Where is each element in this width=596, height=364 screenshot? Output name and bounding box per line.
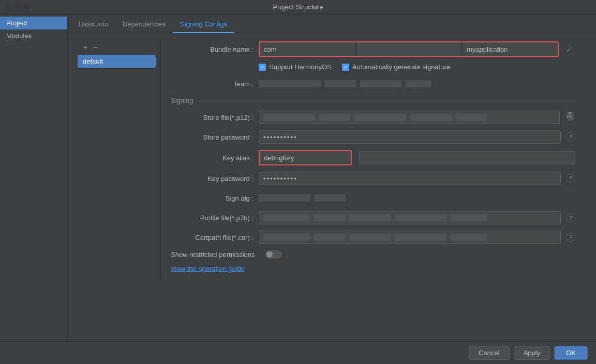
sidebar-item-project[interactable]: Project xyxy=(0,17,67,29)
bottom-bar: Cancel Apply OK xyxy=(0,341,596,364)
store-file-row: Store file(*.p12) : xyxy=(171,111,575,124)
show-permissions-toggle[interactable] xyxy=(265,250,282,259)
minimize-button[interactable] xyxy=(14,4,21,10)
key-alias-input[interactable] xyxy=(260,151,351,164)
checkbox-auto-sign-label: Automatically generate signature xyxy=(352,63,450,71)
checkbox-auto-sign[interactable] xyxy=(342,64,349,71)
remove-config-button[interactable]: − xyxy=(92,43,98,52)
show-permissions-row: Show restricted permissions xyxy=(171,250,575,259)
window-title: Project Structure xyxy=(273,3,323,11)
toggle-knob xyxy=(266,251,273,257)
bundle-edit-button[interactable] xyxy=(564,46,575,53)
key-alias-label: Key alias : xyxy=(171,154,254,162)
key-password-row: Key password : ? xyxy=(171,172,575,185)
store-password-label: Store password : xyxy=(171,133,254,141)
config-sidebar: + − default xyxy=(78,41,160,279)
store-password-help-button[interactable]: ? xyxy=(566,132,575,142)
key-password-input[interactable] xyxy=(259,172,561,185)
team-blurred-4 xyxy=(406,80,431,87)
team-label: Team : xyxy=(171,80,254,88)
sign-alg-blurred-1 xyxy=(259,194,310,202)
view-guide-row: View the operation guide xyxy=(171,265,575,272)
window-controls xyxy=(5,4,30,10)
bundle-name-input[interactable] xyxy=(260,42,355,56)
form-area: + − default Bundle name : xyxy=(67,33,596,341)
close-button[interactable] xyxy=(5,4,11,10)
certpath-blurred-2 xyxy=(314,234,345,241)
certpath-help-button[interactable]: ? xyxy=(566,233,575,242)
config-header: + − xyxy=(78,41,156,54)
key-alias-input-wrapper xyxy=(259,150,352,165)
divider-line xyxy=(198,100,575,101)
store-password-row: Store password : ? xyxy=(171,130,575,144)
certpath-file-label: Certpath file(*.cer) : xyxy=(171,234,254,241)
view-guide-link[interactable]: View the operation guide xyxy=(171,265,245,272)
store-file-blurred-1 xyxy=(263,114,315,121)
profile-blurred-4 xyxy=(395,214,446,221)
config-item-default[interactable]: default xyxy=(78,55,156,68)
certpath-blurred-3 xyxy=(349,234,391,241)
store-file-label: Store file(*.p12) : xyxy=(171,114,254,122)
content-area: Basic Info Dependencies Signing Configs … xyxy=(67,14,596,341)
checkbox-harmony-label: Support HarmonyOS xyxy=(269,63,332,71)
certpath-blurred-1 xyxy=(263,234,310,241)
ok-button[interactable]: OK xyxy=(554,346,588,360)
bundle-name-input-wrapper xyxy=(259,41,559,57)
bundle-name-suffix-input[interactable] xyxy=(463,42,558,56)
fingerprint-button[interactable] xyxy=(565,111,575,124)
sidebar: Project Modules xyxy=(0,14,67,341)
sign-alg-label: Sign alg : xyxy=(171,194,254,202)
certpath-file-input[interactable] xyxy=(259,231,561,244)
team-blurred-1 xyxy=(259,80,321,87)
profile-blurred-1 xyxy=(263,214,310,221)
cancel-button[interactable]: Cancel xyxy=(469,346,509,360)
key-password-label: Key password : xyxy=(171,175,254,183)
checkbox-harmony-item[interactable]: Support HarmonyOS xyxy=(259,63,332,71)
tab-basic-info[interactable]: Basic Info xyxy=(71,17,115,33)
store-file-blurred-4 xyxy=(410,114,452,121)
store-password-input[interactable] xyxy=(259,130,561,144)
sidebar-item-modules[interactable]: Modules xyxy=(0,29,67,42)
title-bar: Project Structure xyxy=(0,0,596,14)
sign-alg-value xyxy=(259,191,575,205)
main-layout: Project Modules Basic Info Dependencies … xyxy=(0,14,596,341)
tab-dependencies[interactable]: Dependencies xyxy=(115,17,173,33)
apply-button[interactable]: Apply xyxy=(514,346,550,360)
maximize-button[interactable] xyxy=(24,4,30,10)
store-file-blurred-3 xyxy=(354,114,406,121)
key-password-help-button[interactable]: ? xyxy=(566,174,575,183)
tabs: Basic Info Dependencies Signing Configs xyxy=(67,14,596,33)
signing-section-label: Signing xyxy=(171,97,193,104)
team-blurred-3 xyxy=(360,80,401,87)
sign-alg-row: Sign alg : xyxy=(171,191,575,205)
checkbox-auto-sign-item[interactable]: Automatically generate signature xyxy=(342,63,450,71)
store-file-blurred-5 xyxy=(456,114,487,121)
profile-blurred-3 xyxy=(349,214,391,221)
form-fields: Bundle name : xyxy=(160,41,586,279)
tab-signing-configs[interactable]: Signing Configs xyxy=(173,17,234,33)
team-value xyxy=(259,77,575,90)
key-alias-extra-input[interactable] xyxy=(359,151,575,164)
sign-alg-blurred-2 xyxy=(315,194,346,202)
checkbox-harmony[interactable] xyxy=(259,64,266,71)
profile-file-row: Profile file(*.p7b) : ? xyxy=(171,211,575,224)
bundle-name-row: Bundle name : xyxy=(171,41,575,57)
profile-blurred-5 xyxy=(451,214,487,221)
certpath-blurred-4 xyxy=(395,234,446,241)
profile-file-input[interactable] xyxy=(259,211,561,224)
store-file-blurred-2 xyxy=(319,114,350,121)
team-blurred-2 xyxy=(325,80,356,87)
show-permissions-label: Show restricted permissions xyxy=(171,251,260,259)
profile-blurred-2 xyxy=(314,214,345,221)
certpath-blurred-5 xyxy=(451,234,487,241)
signing-section-divider: Signing xyxy=(171,97,575,104)
content-inner: + − default Bundle name : xyxy=(78,41,586,279)
bundle-name-label: Bundle name : xyxy=(171,46,254,53)
key-alias-row: Key alias : xyxy=(171,150,575,165)
checkboxes-row: Support HarmonyOS Automatically generate… xyxy=(259,63,575,71)
store-file-input[interactable] xyxy=(259,111,560,124)
add-config-button[interactable]: + xyxy=(82,43,88,52)
team-row: Team : xyxy=(171,77,575,90)
profile-help-button[interactable]: ? xyxy=(566,213,575,222)
bundle-name-blurred xyxy=(357,42,460,56)
